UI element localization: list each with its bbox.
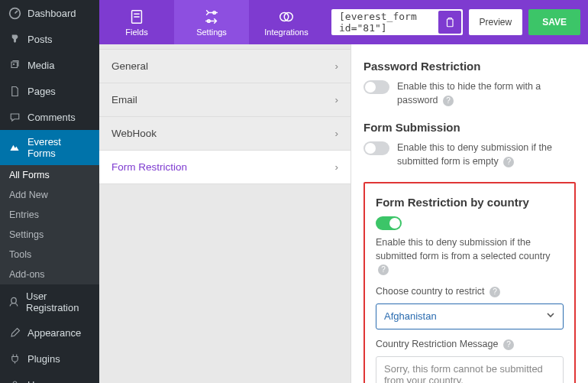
submenu-tools[interactable]: Tools — [0, 245, 99, 265]
submenu-addons[interactable]: Add-ons — [0, 265, 99, 284]
sidebar-label: Plugins — [27, 353, 60, 365]
comment-icon — [8, 110, 21, 124]
form-submission-desc: Enable this to deny submission if the su… — [397, 142, 552, 167]
submenu-settings[interactable]: Settings — [0, 225, 99, 245]
sidebar-submenu: All Forms Add New Entries Settings Tools… — [0, 165, 99, 284]
sidebar-label: User Registration — [26, 290, 92, 313]
sidebar-item-posts[interactable]: Posts — [0, 26, 99, 52]
user-reg-icon — [8, 295, 20, 309]
settings-nav-label: WebHook — [111, 128, 157, 139]
media-icon — [8, 58, 21, 72]
country-message-textarea[interactable] — [376, 356, 564, 384]
svg-rect-9 — [447, 19, 454, 27]
tab-settings[interactable]: Settings — [174, 0, 249, 44]
chevron-right-icon: › — [335, 161, 339, 173]
tab-integrations[interactable]: Integrations — [249, 0, 324, 44]
settings-icon — [203, 8, 220, 25]
password-restriction-title: Password Restriction — [363, 60, 576, 73]
shortcode-display[interactable]: [everest_form id="81"] — [331, 9, 463, 35]
main-area: Fields Settings Integrations [everest_fo… — [99, 0, 588, 383]
submenu-add-new[interactable]: Add New — [0, 185, 99, 205]
sidebar-item-pages[interactable]: Pages — [0, 78, 99, 104]
settings-nav-general[interactable]: General› — [99, 49, 351, 83]
settings-nav-form-restriction[interactable]: Form Restriction› — [99, 150, 351, 184]
sidebar-label: Dashboard — [27, 8, 76, 19]
sidebar-item-media[interactable]: Media — [0, 52, 99, 78]
sidebar-item-plugins[interactable]: Plugins — [0, 346, 99, 372]
user-icon — [8, 378, 21, 383]
password-restriction-toggle[interactable] — [363, 80, 389, 94]
sidebar-item-users[interactable]: Users — [0, 372, 99, 383]
tab-fields[interactable]: Fields — [99, 0, 174, 44]
plug-icon — [8, 352, 21, 365]
country-select[interactable]: Afghanistan — [376, 303, 564, 329]
copy-shortcode-button[interactable] — [438, 11, 461, 34]
country-message-label: Country Restriction Message — [376, 339, 498, 349]
sidebar-item-everest-forms[interactable]: Everest Forms — [0, 130, 99, 165]
sidebar-label: Posts — [27, 34, 53, 45]
form-submission-toggle[interactable] — [363, 141, 389, 155]
tab-label: Fields — [125, 28, 147, 37]
help-icon[interactable]: ? — [443, 96, 454, 106]
shortcode-text: [everest_form id="81"] — [339, 11, 455, 34]
chevron-right-icon: › — [335, 94, 339, 105]
country-select-value: Afghanistan — [384, 310, 437, 322]
help-icon[interactable]: ? — [503, 339, 514, 350]
chevron-right-icon: › — [335, 128, 339, 139]
settings-nav-webhook[interactable]: WebHook› — [99, 116, 351, 151]
settings-subnav: General› Email› WebHook› Form Restrictio… — [99, 44, 351, 383]
country-restriction-toggle[interactable] — [376, 216, 402, 230]
svg-point-1 — [12, 63, 14, 64]
chevron-right-icon: › — [335, 60, 339, 72]
settings-nav-label: General — [111, 60, 148, 72]
sidebar-item-dashboard[interactable]: Dashboard — [0, 0, 99, 26]
sidebar-label: Appearance — [27, 327, 81, 339]
tab-label: Integrations — [264, 28, 308, 37]
help-icon[interactable]: ? — [378, 265, 389, 275]
chevron-down-icon — [546, 310, 555, 322]
fields-icon — [128, 8, 145, 25]
sidebar-item-appearance[interactable]: Appearance — [0, 320, 99, 346]
settings-nav-email[interactable]: Email› — [99, 83, 351, 117]
country-restriction-desc: Enable this to deny submission if the su… — [376, 237, 551, 261]
country-restriction-title: Form Restriction by country — [376, 196, 564, 209]
everest-icon — [8, 141, 21, 154]
builder-topbar: Fields Settings Integrations [everest_fo… — [99, 0, 588, 44]
dashboard-icon — [8, 6, 21, 20]
preview-button[interactable]: Preview — [469, 9, 523, 35]
pin-icon — [8, 32, 21, 46]
page-icon — [8, 84, 21, 98]
brush-icon — [8, 326, 21, 339]
sidebar-item-user-registration[interactable]: User Registration — [0, 284, 99, 320]
sidebar-label: Comments — [27, 112, 76, 123]
submenu-entries[interactable]: Entries — [0, 205, 99, 225]
submenu-all-forms[interactable]: All Forms — [0, 165, 99, 185]
wp-admin-sidebar: Dashboard Posts Media Pages Comments Eve… — [0, 0, 99, 383]
form-submission-title: Form Submission — [363, 121, 576, 134]
help-icon[interactable]: ? — [489, 287, 500, 297]
settings-panel: Password Restriction Enable this to hide… — [351, 44, 588, 383]
form-restriction-country-section: Form Restriction by country Enable this … — [363, 182, 576, 383]
password-restriction-desc: Enable this to hide the form with a pass… — [397, 81, 541, 105]
sidebar-label: Media — [27, 60, 54, 71]
sidebar-label: Everest Forms — [27, 136, 92, 159]
settings-nav-label: Email — [111, 94, 137, 105]
tab-label: Settings — [196, 28, 227, 37]
help-icon[interactable]: ? — [503, 157, 514, 167]
sidebar-item-comments[interactable]: Comments — [0, 104, 99, 130]
sidebar-label: Pages — [27, 86, 56, 97]
sidebar-label: Users — [27, 379, 53, 384]
country-select-label: Choose country to restrict — [376, 286, 484, 297]
settings-nav-label: Form Restriction — [111, 161, 187, 173]
integrations-icon — [278, 8, 295, 25]
save-button[interactable]: SAVE — [528, 9, 580, 35]
